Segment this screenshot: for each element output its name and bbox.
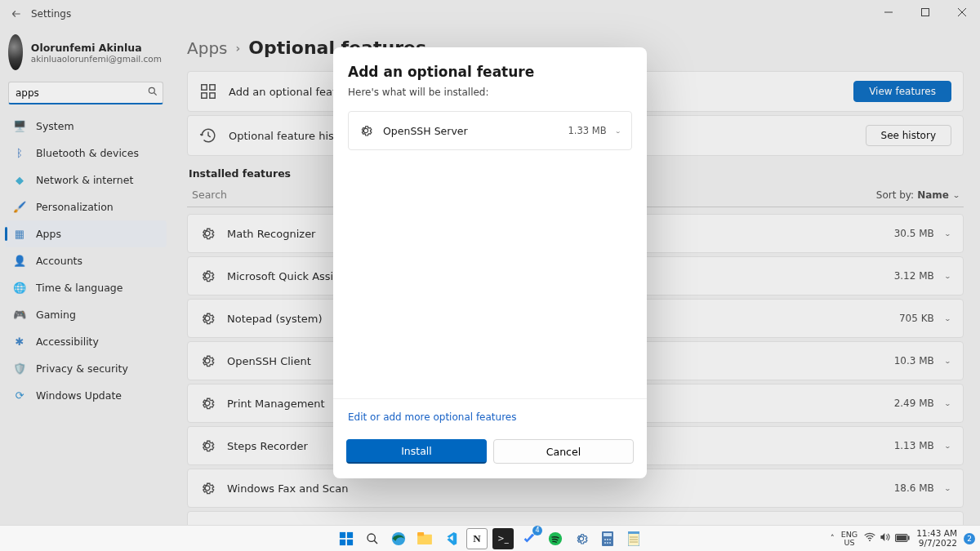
- nav-label: Gaming: [36, 309, 76, 321]
- sort-label: Sort by:: [876, 189, 914, 201]
- calculator-icon[interactable]: [597, 528, 618, 549]
- language-indicator[interactable]: ENG US: [841, 531, 858, 546]
- see-history-button[interactable]: See history: [866, 125, 951, 146]
- profile-email: akinluaolorunfemi@gmail.com: [31, 54, 162, 64]
- notification-badge[interactable]: 2: [964, 533, 975, 544]
- feature-name: Windows Fax and Scan: [227, 482, 894, 495]
- svg-rect-12: [417, 534, 432, 544]
- clock[interactable]: 11:43 AM 9/7/2022: [916, 529, 957, 548]
- svg-rect-8: [340, 539, 345, 544]
- volume-icon[interactable]: [880, 532, 891, 544]
- nav-label: Windows Update: [36, 389, 122, 402]
- sidebar-item-personalization[interactable]: 🖌️Personalization: [5, 193, 167, 220]
- edge-icon[interactable]: [388, 528, 409, 549]
- chevron-down-icon: ⌄: [944, 272, 951, 279]
- nav-icon: 🌐: [13, 282, 26, 295]
- gear-icon: [199, 438, 216, 454]
- start-icon[interactable]: [336, 528, 357, 549]
- profile-name: Olorunfemi Akinlua: [31, 42, 162, 54]
- dialog-title: Add an optional feature: [348, 64, 632, 80]
- chevron-down-icon: ⌄: [944, 229, 951, 237]
- avatar: [8, 34, 23, 70]
- titlebar: Settings: [0, 0, 980, 28]
- breadcrumb-parent[interactable]: Apps: [187, 38, 228, 58]
- svg-point-21: [607, 542, 608, 544]
- nav-label: Network & internet: [36, 174, 133, 186]
- nav-label: Accessibility: [36, 335, 99, 348]
- sidebar-item-accessibility[interactable]: ✱Accessibility: [5, 328, 167, 355]
- tray-expand-icon[interactable]: ˄: [831, 534, 835, 543]
- svg-rect-4: [921, 9, 929, 16]
- svg-rect-7: [347, 531, 353, 537]
- install-button[interactable]: Install: [346, 439, 487, 464]
- sidebar-item-bluetooth-devices[interactable]: ᛒBluetooth & devices: [5, 140, 167, 167]
- todo-icon[interactable]: 4: [519, 528, 540, 549]
- minimize-button[interactable]: [870, 0, 906, 24]
- chevron-down-icon: ⌄: [944, 357, 951, 364]
- edit-features-link[interactable]: Edit or add more optional features: [348, 411, 516, 423]
- svg-point-19: [609, 539, 611, 540]
- sidebar-item-accounts[interactable]: 👤Accounts: [5, 247, 167, 274]
- nav-icon: ᛒ: [13, 147, 26, 160]
- nav-label: Personalization: [36, 201, 114, 213]
- svg-rect-16: [604, 533, 612, 536]
- svg-point-18: [607, 539, 608, 540]
- cancel-button[interactable]: Cancel: [493, 439, 634, 464]
- search-task-icon[interactable]: [362, 528, 383, 549]
- svg-rect-28: [897, 535, 906, 540]
- window-title: Settings: [31, 8, 71, 20]
- search-icon: [147, 86, 158, 100]
- feature-size: 10.3 MB: [894, 355, 934, 367]
- sort-by[interactable]: Sort by: Name ⌄: [876, 189, 960, 201]
- gear-icon: [199, 395, 216, 411]
- nav-icon: ✱: [13, 335, 26, 349]
- notion-icon[interactable]: N: [466, 528, 488, 549]
- grid-icon: [199, 82, 217, 100]
- gear-icon: [199, 480, 216, 496]
- battery-icon[interactable]: [895, 533, 910, 544]
- chevron-down-icon: ⌄: [944, 442, 951, 449]
- profile-block[interactable]: Olorunfemi Akinlua akinluaolorunfemi@gma…: [5, 31, 167, 80]
- nav-icon: 🛡️: [13, 362, 26, 375]
- gear-icon: [199, 225, 216, 242]
- settings-task-icon[interactable]: [571, 528, 592, 549]
- svg-rect-9: [347, 539, 353, 544]
- spotify-icon[interactable]: [545, 528, 566, 549]
- nav-icon: 👤: [13, 255, 26, 268]
- install-item[interactable]: OpenSSH Server 1.33 MB ⌄: [348, 111, 632, 150]
- svg-point-17: [604, 539, 606, 540]
- explorer-icon[interactable]: [414, 528, 435, 549]
- install-item-size: 1.33 MB: [568, 125, 607, 136]
- notepad-icon[interactable]: [623, 528, 644, 549]
- sidebar-item-windows-update[interactable]: ⟳Windows Update: [5, 382, 167, 409]
- back-button[interactable]: [7, 4, 26, 24]
- search-input[interactable]: [8, 82, 163, 104]
- sidebar-item-time-language[interactable]: 🌐Time & language: [5, 274, 167, 301]
- wifi-icon[interactable]: [864, 532, 875, 544]
- view-features-button[interactable]: View features: [853, 81, 951, 102]
- chevron-right-icon: ›: [236, 42, 241, 55]
- sidebar-item-system[interactable]: 🖥️System: [5, 113, 167, 140]
- chevron-down-icon: ⌄: [944, 314, 951, 322]
- nav-icon: ▦: [13, 228, 26, 241]
- sidebar-item-privacy-security[interactable]: 🛡️Privacy & security: [5, 355, 167, 382]
- svg-rect-27: [908, 535, 910, 540]
- maximize-button[interactable]: [906, 0, 943, 24]
- install-item-name: OpenSSH Server: [383, 125, 568, 137]
- terminal-icon[interactable]: >_: [492, 528, 514, 549]
- svg-rect-6: [340, 531, 345, 537]
- sidebar-item-apps[interactable]: ▦Apps: [5, 220, 167, 247]
- sidebar-search: [8, 82, 163, 104]
- taskbar-center: N >_ 4: [336, 528, 644, 549]
- close-button[interactable]: [943, 0, 980, 24]
- feature-size: 30.5 MB: [894, 228, 934, 239]
- dialog-subtitle: Here's what will be installed:: [348, 87, 632, 98]
- sidebar-item-network-internet[interactable]: ◆Network & internet: [5, 167, 167, 193]
- svg-point-25: [869, 540, 871, 541]
- nav-icon: 🎮: [13, 309, 26, 322]
- sidebar: Olorunfemi Akinlua akinluaolorunfemi@gma…: [0, 28, 172, 525]
- vscode-icon[interactable]: [440, 528, 461, 549]
- sidebar-item-gaming[interactable]: 🎮Gaming: [5, 301, 167, 328]
- nav-icon: 🖌️: [13, 201, 26, 214]
- svg-rect-13: [417, 532, 424, 535]
